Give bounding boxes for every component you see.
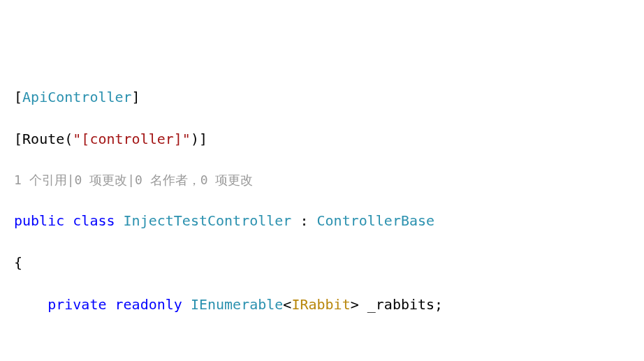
class-name: InjectTestController [124,212,292,229]
base-class: ControllerBase [317,212,435,229]
type-ienumerable: IEnumerable [191,296,283,313]
keyword-public: public [14,212,64,229]
code-line[interactable]: [ApiController] [14,87,644,108]
code-line[interactable]: [Route("[controller]")] [14,128,644,149]
keyword-class: class [73,212,115,229]
attribute-route: Route [22,131,64,147]
keyword-private: private [47,296,106,313]
type-irabbit: IRabbit [291,296,350,313]
string-literal: "[controller]" [73,131,191,147]
field-rabbits: _rabbits [367,296,434,313]
codelens-class[interactable]: 1 个引用|0 项更改|0 名作者，0 项更改 [14,170,644,189]
keyword-readonly: readonly [115,296,182,313]
code-line[interactable]: private readonly IEnumerable<IRabbit> _r… [14,294,644,315]
code-line[interactable]: public class InjectTestController : Cont… [14,210,644,231]
blank-line[interactable] [14,336,644,357]
attribute-apicontroller: ApiController [22,89,132,105]
code-line[interactable]: { [14,252,644,273]
